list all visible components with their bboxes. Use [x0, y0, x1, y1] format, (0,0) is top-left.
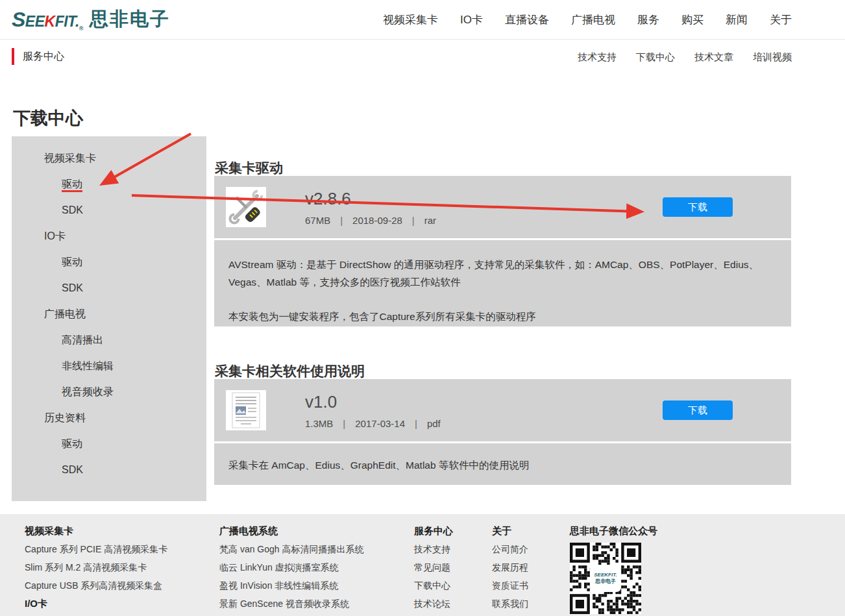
- driver-file-meta: 67MB|2018-09-28|rar: [305, 215, 436, 226]
- site-footer: 视频采集卡 Capture 系列 PCIE 高清视频采集卡 Slim 系列 M.…: [0, 514, 845, 616]
- footer-col-broadcast: 广播电视系统 梵高 van Gogh 高标清同播播出系统 临云 LinkYun …: [219, 522, 364, 613]
- manual-version: v1.0: [305, 392, 441, 412]
- footer-link[interactable]: 景新 GenScene 视音频收录系统: [219, 595, 364, 613]
- footer-link[interactable]: Capture 系列 PCIE 高清视频采集卡: [25, 540, 167, 558]
- footer-link[interactable]: 公司简介: [492, 540, 528, 558]
- footer-link[interactable]: Slim 系列 M.2 高清视频采集卡: [25, 558, 167, 576]
- brand-logo-chinese: 思非电子: [90, 6, 170, 32]
- footer-col-about: 关于 公司简介 发展历程 资质证书 联系我们: [492, 522, 528, 613]
- driver-file-size: 67MB: [305, 215, 330, 226]
- driver-file-format: rar: [424, 215, 436, 226]
- sidebar-item-history[interactable]: 历史资料: [12, 405, 206, 431]
- category-sidebar: 视频采集卡 驱动 SDK IO卡 驱动 SDK 广播电视 高清播出 非线性编辑 …: [12, 136, 206, 501]
- wechat-qr-code: SEEKFIT. 思非电子: [570, 543, 641, 614]
- footer-link[interactable]: 资质证书: [492, 576, 528, 595]
- footer-col-wechat: 思非电子微信公众号 SEEKFIT. 思非电子: [570, 522, 657, 614]
- manual-download-button[interactable]: 下载: [663, 400, 733, 420]
- breadcrumb: 服务中心: [12, 48, 64, 65]
- footer-link[interactable]: 技术论坛: [414, 595, 453, 613]
- driver-description-line1: AVStream 驱动：是基于 DirectShow 的通用驱动程序，支持常见的…: [228, 256, 772, 291]
- section-heading-manual: 采集卡相关软件使用说明: [215, 362, 365, 380]
- driver-version: v2.8.6: [305, 189, 436, 209]
- sub-nav: 服务中心 技术支持 下载中心 技术文章 培训视频: [0, 40, 845, 73]
- qr-center-logo: SEEKFIT. 思非电子: [591, 566, 620, 591]
- footer-link[interactable]: 梵高 van Gogh 高标清同播播出系统: [219, 540, 364, 558]
- footer-col-capture: 视频采集卡 Capture 系列 PCIE 高清视频采集卡 Slim 系列 M.…: [25, 522, 167, 613]
- subnav-links: 技术支持 下载中心 技术文章 培训视频: [578, 51, 792, 64]
- driver-card-header: v2.8.6 67MB|2018-09-28|rar 下载: [214, 176, 791, 238]
- breadcrumb-label: 服务中心: [23, 50, 64, 64]
- subnav-item-training-videos[interactable]: 培训视频: [753, 51, 792, 64]
- footer-col-service: 服务中心 技术支持 常见问题 下载中心 技术论坛: [414, 522, 453, 613]
- nav-item-buy[interactable]: 购买: [681, 12, 704, 27]
- sidebar-item-av-recording[interactable]: 视音频收录: [12, 379, 206, 405]
- brand-logo[interactable]: SEEKFIT.® 思非电子: [12, 6, 170, 32]
- manual-card-header: v1.0 1.3MB|2017-03-14|pdf 下载: [214, 379, 791, 441]
- footer-link[interactable]: Capture USB 系列高清视频采集盒: [25, 576, 167, 595]
- registered-mark: ®: [79, 25, 83, 32]
- nav-item-service[interactable]: 服务: [637, 12, 659, 27]
- nav-item-live-devices[interactable]: 直播设备: [505, 12, 549, 27]
- manual-file-meta: 1.3MB|2017-03-14|pdf: [305, 418, 441, 429]
- sidebar-item-nonlinear-edit[interactable]: 非线性编辑: [12, 353, 206, 379]
- sidebar-item-io-sdk[interactable]: SDK: [12, 275, 206, 301]
- sidebar-item-hd-playout[interactable]: 高清播出: [12, 327, 206, 353]
- subnav-item-tech-support[interactable]: 技术支持: [578, 51, 617, 64]
- main-nav: 视频采集卡 IO卡 直播设备 广播电视 服务 购买 新闻 关于: [383, 0, 792, 39]
- sidebar-item-history-driver[interactable]: 驱动: [12, 431, 206, 457]
- sidebar-item-broadcast-tv[interactable]: 广播电视: [12, 301, 206, 327]
- nav-item-broadcast-tv[interactable]: 广播电视: [571, 12, 615, 27]
- footer-link[interactable]: 下载中心: [414, 576, 453, 595]
- document-icon: [226, 390, 266, 430]
- footer-header-wechat: 思非电子微信公众号: [570, 522, 657, 540]
- sidebar-item-io-driver[interactable]: 驱动: [12, 249, 206, 275]
- section-heading-driver: 采集卡驱动: [215, 159, 283, 177]
- manual-file-format: pdf: [427, 418, 441, 429]
- site-header: SEEKFIT.® 思非电子 视频采集卡 IO卡 直播设备 广播电视 服务 购买…: [0, 0, 845, 40]
- red-accent-bar: [12, 48, 14, 65]
- nav-item-capture-cards[interactable]: 视频采集卡: [383, 12, 438, 27]
- footer-header-broadcast: 广播电视系统: [219, 522, 364, 540]
- driver-file-date: 2018-09-28: [352, 215, 402, 226]
- subnav-item-download-center[interactable]: 下载中心: [636, 51, 675, 64]
- subnav-item-tech-articles[interactable]: 技术文章: [694, 51, 733, 64]
- manual-file-size: 1.3MB: [305, 418, 333, 429]
- footer-link[interactable]: 临云 LinkYun 虚拟演播室系统: [219, 558, 364, 576]
- footer-link[interactable]: 技术支持: [414, 540, 453, 558]
- footer-link[interactable]: 联系我们: [492, 595, 528, 613]
- manual-card-description: 采集卡在 AmCap、Edius、GraphEdit、Matlab 等软件中的使…: [214, 443, 791, 485]
- sidebar-item-video-capture[interactable]: 视频采集卡: [12, 145, 206, 171]
- nav-item-io-cards[interactable]: IO卡: [460, 12, 483, 27]
- sidebar-item-io-card[interactable]: IO卡: [12, 223, 206, 249]
- footer-header-capture: 视频采集卡: [25, 522, 167, 540]
- brand-logo-wordmark: SEEKFIT.®: [12, 8, 83, 32]
- nav-item-about[interactable]: 关于: [770, 12, 792, 27]
- tools-icon: [226, 187, 266, 227]
- footer-header-io: I/O卡: [25, 595, 167, 613]
- footer-header-service: 服务中心: [414, 522, 453, 540]
- category-list: 视频采集卡 驱动 SDK IO卡 驱动 SDK 广播电视 高清播出 非线性编辑 …: [12, 145, 206, 483]
- manual-description-line1: 采集卡在 AmCap、Edius、GraphEdit、Matlab 等软件中的使…: [228, 456, 772, 474]
- footer-link[interactable]: 发展历程: [492, 558, 528, 576]
- driver-card-description: AVStream 驱动：是基于 DirectShow 的通用驱动程序，支持常见的…: [214, 240, 791, 326]
- footer-link[interactable]: 盈视 InVision 非线性编辑系统: [219, 576, 364, 595]
- sidebar-item-driver-selected[interactable]: 驱动: [12, 171, 206, 197]
- footer-header-about: 关于: [492, 522, 528, 540]
- manual-file-date: 2017-03-14: [355, 418, 405, 429]
- sidebar-item-history-sdk[interactable]: SDK: [12, 457, 206, 483]
- footer-link[interactable]: 常见问题: [414, 558, 453, 576]
- nav-item-news[interactable]: 新闻: [726, 12, 748, 27]
- sidebar-item-sdk[interactable]: SDK: [12, 197, 206, 223]
- page-title: 下载中心: [13, 106, 83, 130]
- driver-download-button[interactable]: 下载: [663, 197, 733, 217]
- driver-description-line2: 本安装包为一键安装程序，包含了Capture系列所有采集卡的驱动程序: [228, 308, 772, 325]
